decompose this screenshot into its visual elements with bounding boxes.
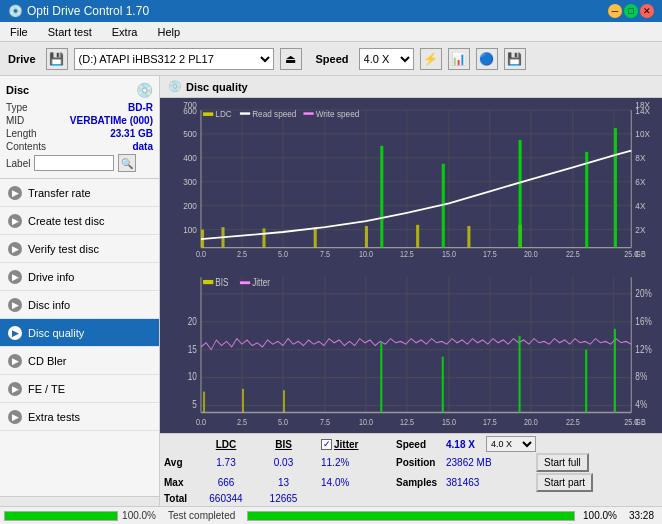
svg-rect-60 (240, 112, 250, 114)
svg-text:2X: 2X (635, 225, 645, 236)
disc-type-label: Type (6, 102, 28, 113)
sidebar-item-disc-info[interactable]: ▶ Disc info (0, 291, 159, 319)
svg-text:LDC: LDC (215, 109, 232, 120)
verify-test-disc-icon: ▶ (8, 242, 22, 256)
svg-rect-86 (283, 390, 285, 412)
content-header-title: Disc quality (186, 81, 248, 93)
svg-text:10.0: 10.0 (359, 250, 374, 260)
disc-info-label: Disc info (28, 299, 70, 311)
disc-quality-icon: ▶ (8, 326, 22, 340)
svg-rect-30 (519, 140, 522, 248)
svg-text:5: 5 (192, 398, 197, 411)
charts-area: 100 200 300 400 500 600 700 2X 4X 6X 8X … (160, 98, 662, 506)
svg-text:22.5: 22.5 (566, 250, 580, 260)
sidebar-item-create-test-disc[interactable]: ▶ Create test disc (0, 207, 159, 235)
svg-text:20%: 20% (635, 286, 652, 299)
drive-icon-button[interactable]: 💾 (46, 48, 68, 70)
total-bis-val: 12665 (256, 493, 311, 504)
svg-text:200: 200 (183, 201, 197, 212)
create-test-disc-label: Create test disc (28, 215, 104, 227)
sidebar-item-disc-quality[interactable]: ▶ Disc quality (0, 319, 159, 347)
speed-icon-button[interactable]: ⚡ (420, 48, 442, 70)
drive-select[interactable]: (D:) ATAPI iHBS312 2 PL17 (74, 48, 274, 70)
start-full-button[interactable]: Start full (536, 453, 589, 472)
sidebar-menu: ▶ Transfer rate ▶ Create test disc ▶ Ver… (0, 179, 159, 496)
svg-text:12.5: 12.5 (400, 250, 414, 260)
verify-test-disc-label: Verify test disc (28, 243, 99, 255)
sidebar-item-cd-bler[interactable]: ▶ CD Bler (0, 347, 159, 375)
status-pct: 100.0% (579, 510, 621, 521)
main-layout: Disc 💿 Type BD-R MID VERBATIMe (000) Len… (0, 76, 662, 524)
speed-dropdown[interactable]: 4.0 X (486, 436, 536, 452)
sidebar: Disc 💿 Type BD-R MID VERBATIMe (000) Len… (0, 76, 160, 524)
fe-te-icon: ▶ (8, 382, 22, 396)
disc-contents-row: Contents data (6, 141, 153, 152)
close-button[interactable]: ✕ (640, 4, 654, 18)
svg-text:GB: GB (635, 250, 645, 260)
toolbar-btn3[interactable]: 💾 (504, 48, 526, 70)
chart1-container: 100 200 300 400 500 600 700 2X 4X 6X 8X … (160, 98, 662, 266)
svg-text:2.5: 2.5 (237, 416, 247, 427)
svg-text:15.0: 15.0 (442, 250, 457, 260)
sidebar-item-transfer-rate[interactable]: ▶ Transfer rate (0, 179, 159, 207)
sidebar-item-extra-tests[interactable]: ▶ Extra tests (0, 403, 159, 431)
disc-contents-label: Contents (6, 141, 46, 152)
content-area: 💿 Disc quality (160, 76, 662, 524)
menu-help[interactable]: Help (151, 24, 186, 40)
content-header-icon: 💿 (168, 80, 182, 93)
svg-rect-90 (585, 349, 587, 412)
svg-rect-87 (380, 342, 382, 412)
svg-text:18X: 18X (635, 99, 650, 110)
svg-text:GB: GB (635, 416, 646, 427)
svg-text:15: 15 (188, 342, 198, 355)
svg-rect-89 (519, 335, 521, 412)
svg-rect-23 (314, 227, 317, 247)
cd-bler-label: CD Bler (28, 355, 67, 367)
bis-col-header: BIS (256, 439, 311, 450)
maximize-button[interactable]: □ (624, 4, 638, 18)
svg-text:7.5: 7.5 (320, 416, 330, 427)
sidebar-progress: 100.0% (0, 506, 160, 524)
sidebar-item-drive-info[interactable]: ▶ Drive info (0, 263, 159, 291)
svg-text:7.5: 7.5 (320, 250, 330, 260)
disc-label-input[interactable] (34, 155, 114, 171)
menubar: File Start test Extra Help (0, 22, 662, 42)
minimize-button[interactable]: ─ (608, 4, 622, 18)
svg-rect-113 (203, 279, 213, 283)
disc-title: Disc (6, 84, 29, 96)
disc-label-icon-button[interactable]: 🔍 (118, 154, 136, 172)
total-label: Total (164, 493, 196, 504)
disc-info-icon: ▶ (8, 298, 22, 312)
sidebar-progress-track (4, 511, 118, 521)
titlebar-title: 💿 Opti Drive Control 1.70 (8, 4, 149, 18)
disc-length-value: 23.31 GB (110, 128, 153, 139)
toolbar-btn1[interactable]: 📊 (448, 48, 470, 70)
svg-text:BIS: BIS (215, 275, 229, 288)
jitter-col-header: Jitter (334, 439, 358, 450)
status-progress-fill (248, 512, 574, 520)
disc-quality-label: Disc quality (28, 327, 84, 339)
max-jitter-val: 14.0% (321, 477, 396, 488)
eject-button[interactable]: ⏏ (280, 48, 302, 70)
svg-text:700: 700 (183, 99, 197, 110)
jitter-checkbox[interactable]: ✓ (321, 439, 332, 450)
menu-file[interactable]: File (4, 24, 34, 40)
speed-select[interactable]: 4.0 X (359, 48, 414, 70)
sidebar-item-verify-test-disc[interactable]: ▶ Verify test disc (0, 235, 159, 263)
sidebar-item-fe-te[interactable]: ▶ FE / TE (0, 375, 159, 403)
svg-rect-62 (303, 112, 313, 114)
svg-text:8X: 8X (635, 153, 645, 164)
menu-extra[interactable]: Extra (106, 24, 144, 40)
drive-info-label: Drive info (28, 271, 74, 283)
samples-label: Samples (396, 477, 446, 488)
transfer-rate-label: Transfer rate (28, 187, 91, 199)
disc-icon: 💿 (136, 82, 153, 98)
chart1-svg: 100 200 300 400 500 600 700 2X 4X 6X 8X … (160, 98, 662, 266)
start-part-button[interactable]: Start part (536, 473, 593, 492)
cd-bler-icon: ▶ (8, 354, 22, 368)
svg-text:0.0: 0.0 (196, 250, 207, 260)
menu-start-test[interactable]: Start test (42, 24, 98, 40)
toolbar-btn2[interactable]: 🔵 (476, 48, 498, 70)
svg-text:2.5: 2.5 (237, 250, 247, 260)
samples-val: 381463 (446, 477, 536, 488)
